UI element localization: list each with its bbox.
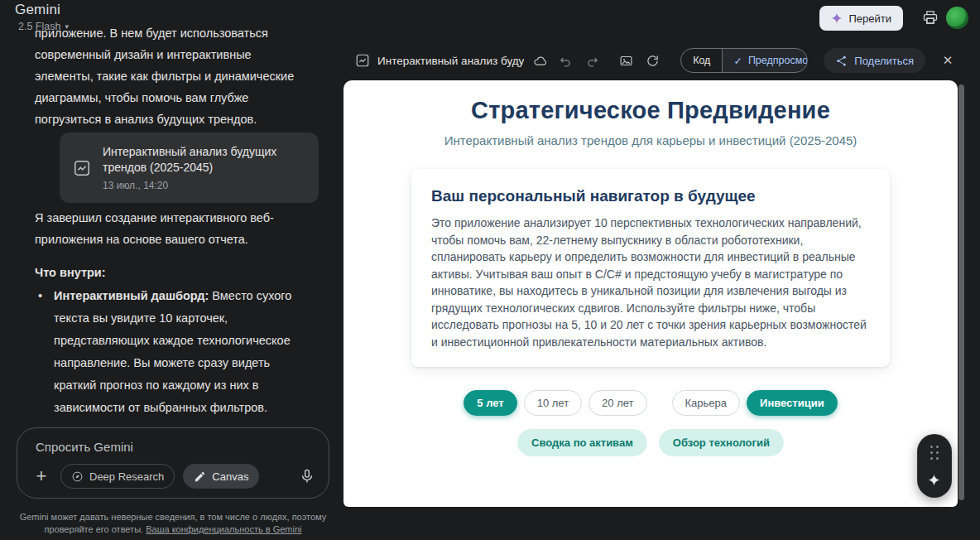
intro-card-body: Это приложение анализирует 10 перспектив… — [431, 215, 870, 350]
print-button[interactable] — [922, 9, 939, 26]
canvas-chart-icon — [73, 159, 91, 177]
composer-toolbar: + Deep Research Canvas — [31, 464, 317, 489]
preview-title: Стратегическое Предвидение — [343, 97, 958, 124]
filter-10-years[interactable]: 10 лет — [524, 390, 582, 416]
deep-research-label: Deep Research — [89, 470, 164, 483]
pencil-icon — [194, 470, 206, 483]
close-canvas-button[interactable]: ✕ — [938, 49, 958, 72]
canvas-chip-label: Canvas — [212, 470, 248, 483]
tech-overview-button[interactable]: Обзор технологий — [659, 429, 784, 456]
chat-message-done: Я завершил создание интерактивного веб-п… — [35, 207, 310, 250]
filter-investments[interactable]: Инвестиции — [747, 390, 838, 416]
go-button-label: Перейти — [848, 12, 891, 25]
cloud-save-icon[interactable] — [531, 50, 550, 71]
deep-research-chip[interactable]: Deep Research — [60, 464, 175, 489]
code-preview-toggle: Код ✓ Предпросмотр — [680, 48, 808, 73]
gemini-app: Gemini 2.5 Flash ▾ Перейти приложение. В… — [0, 0, 980, 540]
chat-whats-inside: Что внутри: — [35, 262, 310, 283]
undo-button[interactable] — [557, 50, 575, 71]
preview-tab[interactable]: ✓ Предпросмотр — [723, 49, 808, 72]
share-icon — [835, 55, 848, 67]
secondary-actions: Сводка по активам Обзор технологий — [343, 429, 958, 456]
add-button[interactable]: + — [31, 465, 52, 487]
redo-button[interactable] — [583, 50, 601, 71]
check-icon: ✓ — [733, 55, 742, 67]
chat-message-top: приложение. В нем будет использоваться с… — [35, 22, 310, 130]
gemini-logo: Gemini — [15, 2, 60, 18]
artifact-timestamp: 13 июл., 14:20 — [103, 180, 305, 191]
gemini-sparkle-icon — [831, 12, 843, 24]
drag-handle-icon[interactable] — [930, 446, 939, 460]
canvas-scrollbar — [958, 84, 964, 500]
sparkle-action-icon[interactable] — [927, 472, 942, 487]
canvas-chip[interactable]: Canvas — [183, 464, 259, 489]
compass-icon — [71, 470, 84, 483]
code-tab[interactable]: Код — [681, 49, 723, 72]
canvas-preview: Стратегическое Предвидение Интерактивный… — [343, 80, 958, 507]
go-button[interactable]: Перейти — [819, 6, 903, 31]
canvas-header: Интерактивный анализ будущи... — [343, 43, 964, 78]
intro-card-title: Ваш персональный навигатор в будущее — [431, 187, 870, 205]
mic-button[interactable] — [299, 467, 317, 485]
scrollbar-thumb[interactable] — [958, 84, 964, 500]
canvas-title[interactable]: Интерактивный анализ будущи... — [377, 55, 524, 67]
refresh-button[interactable] — [643, 50, 661, 71]
bullet-text: Интерактивный дашборд: Вместо сухого тек… — [54, 285, 305, 419]
filter-20-years[interactable]: 20 лет — [588, 390, 646, 416]
disclaimer: Gemini может давать неверные сведения, в… — [8, 511, 338, 536]
floating-toolbar — [917, 434, 952, 498]
share-button[interactable]: Поделиться — [824, 48, 925, 73]
intro-card: Ваш персональный навигатор в будущее Это… — [411, 169, 890, 367]
canvas-panel: Интерактивный анализ будущи... — [343, 43, 964, 507]
assets-summary-button[interactable]: Сводка по активам — [517, 429, 647, 456]
filter-career[interactable]: Карьера — [672, 390, 741, 416]
filter-5-years[interactable]: 5 лет — [464, 390, 516, 416]
artifact-card-text: Интерактивный анализ будущих трендов (20… — [103, 144, 305, 191]
avatar[interactable] — [946, 7, 968, 29]
screenshot-image-button[interactable] — [617, 50, 636, 71]
bullet-icon: • — [38, 285, 42, 419]
prompt-input[interactable] — [36, 440, 309, 454]
artifact-card[interactable]: Интерактивный анализ будущих трендов (20… — [60, 133, 319, 203]
privacy-link[interactable]: Ваша конфиденциальность в Gemini — [146, 524, 301, 534]
time-view-filters: 5 лет 10 лет 20 лет Карьера Инвестиции — [343, 390, 958, 416]
composer: + Deep Research Canvas — [17, 427, 329, 499]
artifact-title: Интерактивный анализ будущих трендов (20… — [103, 144, 305, 176]
chat-bullet-item: • Интерактивный дашборд: Вместо сухого т… — [38, 285, 305, 419]
canvas-doc-icon — [355, 53, 370, 68]
preview-subtitle: Интерактивный анализ трендов для карьеры… — [343, 133, 958, 147]
